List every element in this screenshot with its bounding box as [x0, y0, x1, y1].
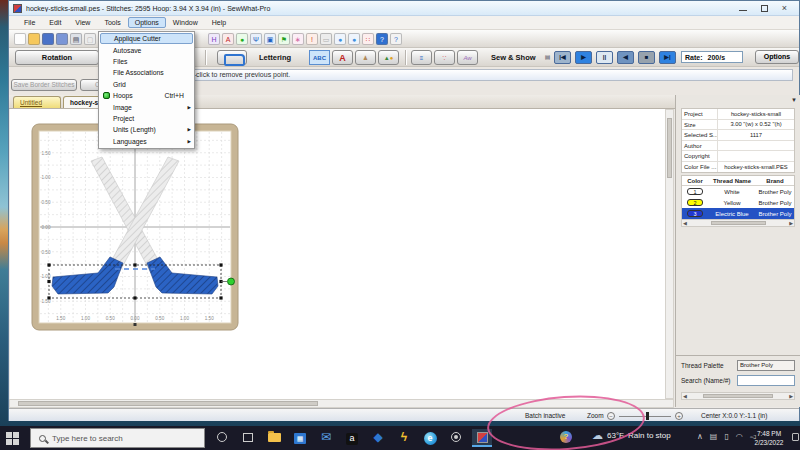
menu-item-grid[interactable]: Grid [100, 79, 193, 90]
play-button[interactable]: ▶ [575, 51, 592, 64]
weather-widget[interactable]: ☁ 63°F Rain to stop [592, 429, 671, 442]
monogram-figure-button[interactable]: ♟ [355, 50, 376, 65]
taskbar-edge-icon[interactable]: e [420, 429, 440, 447]
thread-tree-icon[interactable]: Ψ [250, 33, 262, 45]
color-table-scrollbar[interactable]: ◀▶ [681, 219, 795, 227]
skip-start-button[interactable]: |◀ [554, 51, 571, 64]
scroll-right-icon[interactable]: ▶ [789, 220, 793, 226]
thread-row[interactable]: 2YellowBrother Poly [682, 197, 794, 208]
menu-item-file-associations[interactable]: File Associations [100, 67, 193, 78]
menu-item-files[interactable]: Files [100, 56, 193, 67]
open-folder-icon[interactable] [28, 33, 40, 45]
thread-row[interactable]: 3Electric BlueBrother Poly [682, 208, 794, 219]
tray-battery-icon[interactable]: ▯ [724, 432, 728, 441]
thread-row[interactable]: 1WhiteBrother Poly [682, 186, 794, 197]
taskbar-amazon-icon[interactable]: a [342, 429, 362, 447]
scroll-left-icon[interactable]: ◀ [683, 220, 687, 226]
zoom-slider-thumb[interactable] [646, 412, 649, 420]
start-stop-icon[interactable]: ● [236, 33, 248, 45]
scroll-thumb[interactable] [703, 394, 773, 398]
taskbar-search[interactable]: Type here to search [30, 428, 205, 448]
save-icon[interactable] [42, 33, 54, 45]
tab-untitled[interactable]: Untitled [13, 96, 61, 108]
menu-tools[interactable]: Tools [97, 17, 127, 28]
title-bar[interactable]: hockey-sticks-small.pes - Stitches: 2595… [9, 1, 799, 16]
pause-button[interactable]: || [596, 51, 613, 64]
menu-item-project[interactable]: Project [100, 113, 193, 124]
color-grid-icon[interactable]: ∷ [362, 33, 374, 45]
start-button[interactable] [6, 432, 19, 445]
selection-handle[interactable] [219, 263, 222, 266]
menu-item-units-length[interactable]: Units (Length)▶ [100, 124, 193, 135]
speech-bubble-icon[interactable]: ● [334, 33, 346, 45]
canvas-horizontal-scrollbar[interactable] [9, 399, 674, 408]
rate-field[interactable]: Rate: 200/s [681, 51, 743, 63]
color-swatch[interactable]: 3 [687, 210, 703, 217]
selection-handle[interactable] [133, 296, 136, 299]
menu-item-hoops[interactable]: HoopsCtrl+H [100, 90, 193, 101]
scroll-thumb[interactable] [711, 221, 766, 225]
taskbar-task-view-icon[interactable] [238, 429, 258, 447]
save-border-stitches-button[interactable]: Save Border Stitches [11, 79, 77, 91]
color-swatch[interactable]: 2 [687, 199, 703, 206]
scroll-thumb[interactable] [667, 118, 672, 178]
zoom-slider-track[interactable] [619, 416, 671, 417]
print-preview-icon[interactable]: ▢ [84, 33, 96, 45]
menu-edit[interactable]: Edit [42, 17, 68, 28]
taskbar-file-explorer-icon[interactable] [264, 429, 284, 447]
rotate-handle[interactable] [228, 278, 235, 285]
palette-scrollbar[interactable]: ◀▶ [681, 392, 795, 400]
scroll-right-icon[interactable]: ▶ [789, 393, 793, 399]
taskbar-clock[interactable]: 7:48 PM 2/23/2022 [748, 429, 790, 447]
menu-item-autosave[interactable]: Autosave [100, 44, 193, 55]
thread-palette-select[interactable]: Brother Poly [737, 360, 795, 371]
menu-item-languages[interactable]: Languages▶ [100, 136, 193, 147]
selection-handle[interactable] [47, 280, 50, 283]
hoop-design[interactable]: 1.501.000.500.000.501.001.501.501.000.50… [31, 123, 241, 335]
stop-button[interactable]: ■ [638, 51, 655, 64]
rotation-button[interactable]: Rotation [15, 50, 99, 65]
zoom-out-button[interactable]: − [607, 412, 615, 420]
applique-letters-button[interactable]: Aw [457, 50, 478, 65]
taskbar-record-icon[interactable] [446, 429, 466, 447]
taskbar-dropbox-icon[interactable]: ◆ [368, 429, 388, 447]
image-button[interactable]: ▲● [378, 50, 399, 65]
selection-handle[interactable] [133, 263, 136, 266]
letter-a-icon[interactable]: A [222, 33, 234, 45]
menu-help[interactable]: Help [205, 17, 233, 28]
chevron-down-icon[interactable]: ▼ [791, 97, 797, 103]
scroll-left-icon[interactable]: ◀ [683, 393, 687, 399]
scroll-thumb[interactable] [18, 401, 318, 406]
flag-icon[interactable]: ⚑ [278, 33, 290, 45]
floss-icon[interactable]: ∗ [292, 33, 304, 45]
selection-handle[interactable] [47, 263, 50, 266]
help-icon[interactable]: ? [376, 33, 388, 45]
speech-bubble2-icon[interactable]: ● [348, 33, 360, 45]
notification-icon[interactable] [792, 433, 799, 441]
monogram-icon[interactable]: H [208, 33, 220, 45]
keyboard-abc-button[interactable]: ABC [309, 50, 330, 65]
step-back-button[interactable]: ◀ [617, 51, 634, 64]
hoop-icon[interactable]: ▣ [264, 33, 276, 45]
skip-end-button[interactable]: ▶| [659, 51, 676, 64]
help-tray-icon[interactable]: ? [560, 431, 572, 443]
taskbar-mail-icon[interactable]: ✉ [316, 429, 336, 447]
new-file-icon[interactable] [14, 33, 26, 45]
maximize-icon[interactable] [761, 5, 768, 12]
outline-lines-button[interactable]: ≡ [411, 50, 432, 65]
menu-options[interactable]: Options [128, 17, 166, 28]
menu-view[interactable]: View [68, 17, 97, 28]
menu-window[interactable]: Window [166, 17, 205, 28]
menu-file[interactable]: File [17, 17, 42, 28]
taskbar-store-icon[interactable]: ▦ [290, 429, 310, 447]
context-help-icon[interactable]: ? [390, 33, 402, 45]
close-icon[interactable]: × [782, 5, 787, 12]
taskbar-lightning-icon[interactable]: ϟ [394, 429, 414, 447]
color-swatch[interactable]: 1 [687, 188, 703, 195]
warning-icon[interactable]: ! [306, 33, 318, 45]
color-table[interactable]: ColorThread NameBrand1WhiteBrother Poly2… [681, 175, 795, 220]
save-all-icon[interactable] [56, 33, 68, 45]
density-dots-button[interactable]: ∵ [434, 50, 455, 65]
taskbar-sewwhat-pro-icon[interactable] [472, 429, 492, 447]
canvas-vertical-scrollbar[interactable] [665, 109, 674, 399]
